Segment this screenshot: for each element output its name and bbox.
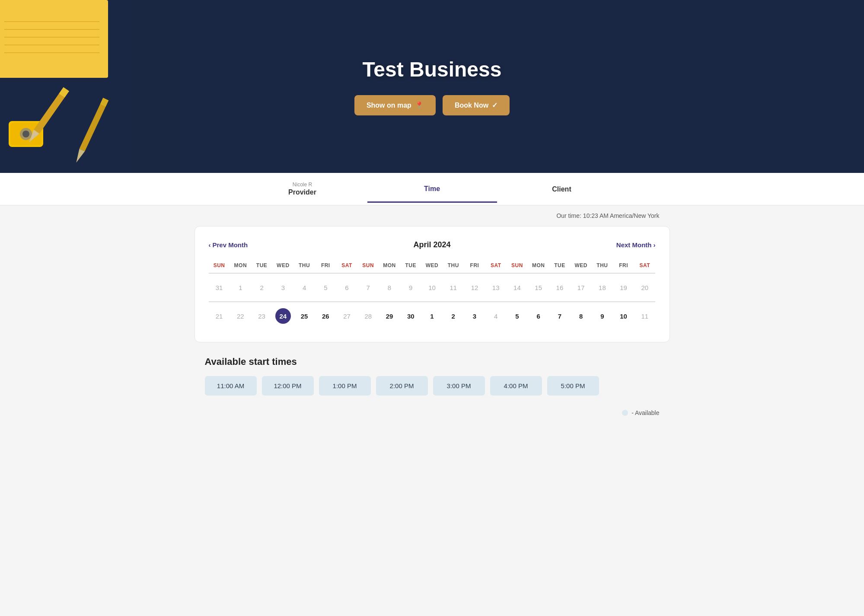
- step-provider-label: Provider: [245, 188, 360, 196]
- day-number: 11: [637, 308, 653, 324]
- time-slot-button[interactable]: 3:00 PM: [433, 376, 485, 396]
- business-title: Test Business: [354, 57, 510, 81]
- calendar-grid: SUNMONTUEWEDTHUFRISATSUNMONTUEWEDTHUFRIS…: [209, 260, 656, 328]
- day-number: 3: [467, 308, 482, 324]
- prev-month-button[interactable]: ‹ Prev Month: [209, 241, 248, 249]
- day-number: 28: [360, 308, 376, 324]
- day-number: 27: [339, 308, 355, 324]
- calendar-day[interactable]: 10: [613, 304, 634, 328]
- day-number: 23: [254, 308, 270, 324]
- calendar-day[interactable]: 5: [507, 304, 528, 328]
- calendar-header-thu-4: THU: [293, 260, 315, 271]
- day-number: 8: [382, 280, 397, 295]
- step-provider-sub: Nicole R: [245, 182, 360, 188]
- calendar-day: 11: [443, 275, 464, 300]
- hero-content: Test Business Show on map 📍 Book Now ✓: [354, 57, 510, 115]
- calendar-day: 9: [400, 275, 421, 300]
- calendar-day[interactable]: 29: [379, 304, 400, 328]
- time-slot-button[interactable]: 2:00 PM: [376, 376, 428, 396]
- calendar-day[interactable]: 3: [464, 304, 485, 328]
- show-map-label: Show on map: [367, 102, 411, 109]
- calendar-day: 21: [209, 304, 230, 328]
- day-number: 5: [509, 308, 525, 324]
- timezone-text: Our time: 10:23 AM America/New York: [556, 212, 659, 219]
- calendar-day: 5: [315, 275, 336, 300]
- day-number: 31: [211, 280, 227, 295]
- day-number: 21: [211, 308, 227, 324]
- calendar-day: 1: [230, 275, 251, 300]
- calendar-header-sat-13: SAT: [485, 260, 507, 271]
- calendar-day: 15: [528, 275, 549, 300]
- calendar-day: 22: [230, 304, 251, 328]
- time-slot-button[interactable]: 1:00 PM: [319, 376, 371, 396]
- calendar-header-thu-11: THU: [443, 260, 464, 271]
- calendar-day[interactable]: 1: [421, 304, 443, 328]
- calendar-day[interactable]: 6: [528, 304, 549, 328]
- show-on-map-button[interactable]: Show on map 📍: [354, 95, 436, 115]
- calendar-day: 10: [421, 275, 443, 300]
- calendar-day: 20: [634, 275, 655, 300]
- calendar-day[interactable]: 8: [571, 304, 592, 328]
- calendar-header-fri-12: FRI: [464, 260, 485, 271]
- calendar-header-sun-0: SUN: [209, 260, 230, 271]
- time-slot-button[interactable]: 11:00 AM: [205, 376, 257, 396]
- day-number: 8: [573, 308, 589, 324]
- day-number: 20: [637, 280, 653, 295]
- book-now-button[interactable]: Book Now ✓: [443, 95, 510, 115]
- calendar-header-tue-16: TUE: [549, 260, 570, 271]
- time-slots-container: 11:00 AM12:00 PM1:00 PM2:00 PM3:00 PM4:0…: [205, 376, 660, 396]
- calendar-day[interactable]: 26: [315, 304, 336, 328]
- calendar-divider: [209, 273, 656, 274]
- step-provider[interactable]: Nicole R Provider: [238, 173, 367, 205]
- next-month-label: Next Month: [616, 241, 652, 249]
- prev-month-label: Prev Month: [213, 241, 248, 249]
- day-number: 6: [531, 308, 546, 324]
- day-number: 7: [360, 280, 376, 295]
- day-number: 5: [318, 280, 333, 295]
- time-slot-button[interactable]: 5:00 PM: [547, 376, 599, 396]
- day-number: 11: [446, 280, 461, 295]
- calendar-nav: ‹ Prev Month April 2024 Next Month ›: [209, 240, 656, 249]
- calendar-day[interactable]: 9: [592, 304, 613, 328]
- day-number: 16: [552, 280, 567, 295]
- calendar-header-wed-10: WED: [421, 260, 443, 271]
- hero-section: Test Business Show on map 📍 Book Now ✓: [0, 0, 864, 173]
- chevron-left-icon: ‹: [209, 241, 211, 249]
- calendar-day[interactable]: 7: [549, 304, 570, 328]
- calendar-day[interactable]: 25: [293, 304, 315, 328]
- day-number: 10: [424, 280, 440, 295]
- calendar-header-thu-18: THU: [592, 260, 613, 271]
- calendar-header-sun-14: SUN: [507, 260, 528, 271]
- calendar-month-title: April 2024: [413, 240, 450, 249]
- calendar-header-tue-2: TUE: [251, 260, 272, 271]
- calendar-day[interactable]: 30: [400, 304, 421, 328]
- calendar-header-mon-1: MON: [230, 260, 251, 271]
- hero-buttons: Show on map 📍 Book Now ✓: [354, 95, 510, 115]
- day-number: 15: [531, 280, 546, 295]
- step-time[interactable]: Time: [367, 176, 497, 203]
- calendar-day: 23: [251, 304, 272, 328]
- available-legend-label: - Available: [631, 409, 659, 416]
- calendar-day[interactable]: 2: [443, 304, 464, 328]
- day-number: 17: [573, 280, 589, 295]
- calendar-day: 12: [464, 275, 485, 300]
- calendar-header-wed-17: WED: [571, 260, 592, 271]
- calendar-day: 13: [485, 275, 507, 300]
- calendar-header-wed-3: WED: [272, 260, 293, 271]
- svg-point-11: [22, 131, 29, 137]
- calendar-day: 19: [613, 275, 634, 300]
- day-number: 7: [552, 308, 567, 324]
- calendar-day: 14: [507, 275, 528, 300]
- day-number: 2: [446, 308, 461, 324]
- day-number: 6: [339, 280, 355, 295]
- calendar-day[interactable]: 24: [272, 304, 293, 328]
- day-number: 1: [233, 280, 248, 295]
- day-number: 30: [403, 308, 418, 324]
- step-client[interactable]: Client: [497, 176, 627, 202]
- map-pin-icon: 📍: [415, 101, 424, 109]
- calendar-header-fri-19: FRI: [613, 260, 634, 271]
- time-slot-button[interactable]: 12:00 PM: [262, 376, 314, 396]
- next-month-button[interactable]: Next Month ›: [616, 241, 656, 249]
- time-slot-button[interactable]: 4:00 PM: [490, 376, 542, 396]
- calendar-day: 16: [549, 275, 570, 300]
